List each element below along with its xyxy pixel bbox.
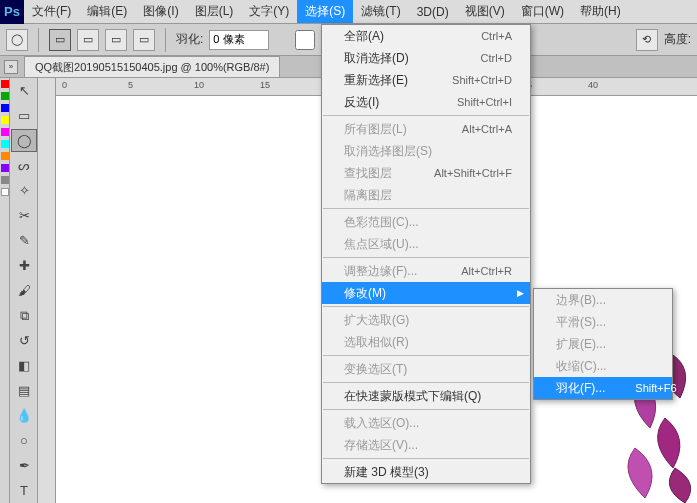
stamp-tool[interactable]: ⧉	[11, 304, 37, 327]
menu-item[interactable]: 修改(M)▶	[322, 282, 530, 304]
submenu-item: 扩展(E)...	[534, 333, 672, 355]
feather-input[interactable]	[209, 30, 269, 50]
ruler-tick: 10	[194, 80, 204, 90]
crop-tool[interactable]: ✂	[11, 204, 37, 227]
swatch-1[interactable]	[1, 92, 9, 100]
add-selection-button[interactable]: ▭	[77, 29, 99, 51]
gradient-tool[interactable]: ▤	[11, 379, 37, 402]
elliptical-marquee-tool[interactable]: ◯	[11, 129, 37, 152]
refine-edge-button[interactable]: ⟲	[636, 29, 658, 51]
eyedropper-tool[interactable]: ✎	[11, 229, 37, 252]
menu-help[interactable]: 帮助(H)	[572, 0, 629, 23]
height-label: 高度:	[664, 31, 691, 48]
tools-panel: ↖ ▭ ◯ ᔕ ✧ ✂ ✎ ✚ 🖌 ⧉ ↺ ◧ ▤ 💧 ○ ✒ T	[10, 78, 38, 503]
menu-window[interactable]: 窗口(W)	[513, 0, 572, 23]
blur-tool[interactable]: 💧	[11, 404, 37, 427]
menu-item: 扩大选取(G)	[322, 309, 530, 331]
menu-item: 变换选区(T)	[322, 358, 530, 380]
menu-layer[interactable]: 图层(L)	[187, 0, 242, 23]
menu-item[interactable]: 反选(I)Shift+Ctrl+I	[322, 91, 530, 113]
swatch-0[interactable]	[1, 80, 9, 88]
menu-select[interactable]: 选择(S)	[297, 0, 353, 23]
chevron-right-icon: ▶	[517, 288, 524, 298]
menubar: Ps 文件(F) 编辑(E) 图像(I) 图层(L) 文字(Y) 选择(S) 滤…	[0, 0, 697, 24]
submenu-item: 边界(B)...	[534, 289, 672, 311]
menu-item: 查找图层Alt+Shift+Ctrl+F	[322, 162, 530, 184]
lasso-tool[interactable]: ᔕ	[11, 154, 37, 177]
new-selection-button[interactable]: ▭	[49, 29, 71, 51]
dodge-tool[interactable]: ○	[11, 429, 37, 452]
select-menu-dropdown: 全部(A)Ctrl+A取消选择(D)Ctrl+D重新选择(E)Shift+Ctr…	[321, 24, 531, 484]
brush-tool[interactable]: 🖌	[11, 279, 37, 302]
swatch-8[interactable]	[1, 176, 9, 184]
color-palette	[0, 78, 10, 503]
menu-item: 焦点区域(U)...	[322, 233, 530, 255]
move-tool[interactable]: ↖	[11, 79, 37, 102]
intersect-selection-button[interactable]: ▭	[133, 29, 155, 51]
swatch-9[interactable]	[1, 188, 9, 196]
menu-item: 隔离图层	[322, 184, 530, 206]
swatch-6[interactable]	[1, 152, 9, 160]
document-tab[interactable]: QQ截图20190515150405.jpg @ 100%(RGB/8#)	[24, 56, 280, 77]
menu-3d[interactable]: 3D(D)	[409, 0, 457, 23]
menu-item[interactable]: 取消选择(D)Ctrl+D	[322, 47, 530, 69]
wand-tool[interactable]: ✧	[11, 179, 37, 202]
menu-item[interactable]: 重新选择(E)Shift+Ctrl+D	[322, 69, 530, 91]
modify-submenu-dropdown: 边界(B)...平滑(S)...扩展(E)...收缩(C)...羽化(F)...…	[533, 288, 673, 400]
pen-tool[interactable]: ✒	[11, 454, 37, 477]
feather-label: 羽化:	[176, 31, 203, 48]
ruler-tick: 5	[128, 80, 133, 90]
swatch-3[interactable]	[1, 116, 9, 124]
ruler-vertical	[38, 96, 56, 503]
eraser-tool[interactable]: ◧	[11, 354, 37, 377]
menu-item: 色彩范围(C)...	[322, 211, 530, 233]
submenu-item: 收缩(C)...	[534, 355, 672, 377]
type-tool[interactable]: T	[11, 479, 37, 502]
heal-tool[interactable]: ✚	[11, 254, 37, 277]
menu-view[interactable]: 视图(V)	[457, 0, 513, 23]
app-icon: Ps	[0, 0, 24, 24]
ruler-tick: 15	[260, 80, 270, 90]
menu-item: 存储选区(V)...	[322, 434, 530, 456]
menu-item[interactable]: 在快速蒙版模式下编辑(Q)	[322, 385, 530, 407]
menu-item: 选取相似(R)	[322, 331, 530, 353]
subtract-selection-button[interactable]: ▭	[105, 29, 127, 51]
menu-image[interactable]: 图像(I)	[135, 0, 186, 23]
menu-item: 载入选区(O)...	[322, 412, 530, 434]
menu-item[interactable]: 全部(A)Ctrl+A	[322, 25, 530, 47]
submenu-item[interactable]: 羽化(F)...Shift+F6	[534, 377, 672, 399]
ruler-tick: 0	[62, 80, 67, 90]
menu-item: 所有图层(L)Alt+Ctrl+A	[322, 118, 530, 140]
menu-item[interactable]: 新建 3D 模型(3)	[322, 461, 530, 483]
ruler-tick: 40	[588, 80, 598, 90]
marquee-tool-indicator[interactable]: ◯	[6, 29, 28, 51]
menu-filter[interactable]: 滤镜(T)	[353, 0, 408, 23]
menu-item: 调整边缘(F)...Alt+Ctrl+R	[322, 260, 530, 282]
swatch-5[interactable]	[1, 140, 9, 148]
submenu-item: 平滑(S)...	[534, 311, 672, 333]
swatch-4[interactable]	[1, 128, 9, 136]
menu-edit[interactable]: 编辑(E)	[79, 0, 135, 23]
menu-item: 取消选择图层(S)	[322, 140, 530, 162]
menu-type[interactable]: 文字(Y)	[241, 0, 297, 23]
panel-toggle-icon[interactable]: »	[4, 60, 18, 74]
marquee-tool[interactable]: ▭	[11, 104, 37, 127]
swatch-7[interactable]	[1, 164, 9, 172]
swatch-2[interactable]	[1, 104, 9, 112]
history-brush-tool[interactable]: ↺	[11, 329, 37, 352]
menu-file[interactable]: 文件(F)	[24, 0, 79, 23]
